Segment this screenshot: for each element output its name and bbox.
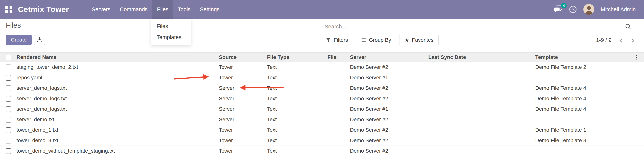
table-header-row: Rendered Name Source File Type File Serv…: [0, 53, 644, 62]
menu-item-settings[interactable]: Settings: [195, 0, 224, 19]
cell-source: Server: [219, 104, 267, 114]
column-header-last-sync-date[interactable]: Last Sync Date: [428, 53, 535, 62]
top-navbar: Cetmix Tower Servers Commands Files Tool…: [0, 0, 644, 19]
row-checkbox[interactable]: [6, 106, 11, 112]
table-row[interactable]: staging_tower_demo_2.txt Tower Text Demo…: [0, 62, 644, 72]
cell-rendered-name: server_demo_logs.txt: [16, 104, 219, 114]
cell-rendered-name: server_demo_logs.txt: [16, 83, 219, 93]
cell-template: [535, 114, 629, 125]
row-checkbox[interactable]: [6, 65, 11, 70]
cell-file: [328, 62, 350, 72]
cell-server: Demo Server #1: [350, 72, 428, 83]
apps-menu-icon[interactable]: [5, 6, 12, 13]
cell-last-sync-date: [428, 135, 535, 146]
column-header-file[interactable]: File: [328, 53, 350, 62]
cell-file-type: Text: [267, 83, 328, 93]
row-checkbox[interactable]: [6, 127, 11, 133]
column-header-server[interactable]: Server: [350, 53, 428, 62]
cell-source: Tower: [219, 72, 267, 83]
cell-rendered-name: server_demo_logs.txt: [16, 93, 219, 104]
star-icon: ★: [404, 37, 410, 43]
cell-file-type: Text: [267, 93, 328, 104]
optional-columns-toggle-icon[interactable]: ⋮: [629, 53, 644, 62]
table-row[interactable]: tower_demo_1.txt Tower Text Demo Server …: [0, 125, 644, 135]
cell-last-sync-date: [428, 83, 535, 93]
row-checkbox[interactable]: [6, 148, 11, 154]
table-row[interactable]: server_demo_logs.txt Server Text Demo Se…: [0, 83, 644, 93]
cell-template: Demo File Template 4: [535, 93, 629, 104]
cell-file-type: Text: [267, 72, 328, 83]
main-menu: Servers Commands Files Tools Settings: [87, 0, 224, 19]
group-by-icon: [361, 37, 366, 43]
cell-source: Tower: [219, 135, 267, 146]
files-menu-dropdown: Files Templates: [151, 19, 191, 45]
group-by-label: Group By: [369, 37, 391, 43]
row-checkbox[interactable]: [6, 96, 11, 102]
menu-item-files[interactable]: Files: [152, 0, 173, 19]
filters-button[interactable]: Filters: [321, 35, 353, 45]
cell-file-type: Text: [267, 62, 328, 72]
download-icon: [36, 37, 43, 43]
user-menu[interactable]: Mitchell Admin: [601, 6, 636, 12]
search-input[interactable]: [321, 24, 625, 30]
dropdown-item-files[interactable]: Files: [151, 21, 191, 32]
table-row[interactable]: server_demo_logs.txt Server Text Demo Se…: [0, 93, 644, 104]
cell-last-sync-date: [428, 146, 535, 156]
cell-server: Demo Server #2: [350, 83, 428, 93]
cell-last-sync-date: [428, 93, 535, 104]
favorites-label: Favorites: [412, 37, 434, 43]
cell-server: Demo Server #2: [350, 135, 428, 146]
cell-last-sync-date: [428, 72, 535, 83]
row-checkbox[interactable]: [6, 75, 11, 81]
menu-item-tools[interactable]: Tools: [173, 0, 195, 19]
row-checkbox[interactable]: [6, 117, 11, 123]
menu-item-servers[interactable]: Servers: [87, 0, 115, 19]
table-row[interactable]: server_demo_logs.txt Server Text Demo Se…: [0, 104, 644, 114]
cell-rendered-name: staging_tower_demo_2.txt: [16, 62, 219, 72]
row-checkbox[interactable]: [6, 85, 11, 91]
search-icon[interactable]: [625, 23, 632, 30]
menu-item-commands[interactable]: Commands: [115, 0, 152, 19]
table-row[interactable]: tower_demo_without_template_staging.txt …: [0, 146, 644, 156]
filter-funnel-icon: [326, 37, 331, 43]
cell-source: Server: [219, 93, 267, 104]
pager-next-icon[interactable]: ›: [630, 35, 636, 45]
column-header-template[interactable]: Template: [535, 53, 629, 62]
cell-file: [328, 146, 350, 156]
table-row[interactable]: server_demo.txt Server Text Demo Server …: [0, 114, 644, 125]
files-table-body: staging_tower_demo_2.txt Tower Text Demo…: [0, 62, 644, 156]
cell-file-type: Text: [267, 146, 328, 156]
table-row[interactable]: tower_demo_3.txt Tower Text Demo Server …: [0, 135, 644, 146]
column-header-rendered-name[interactable]: Rendered Name: [16, 53, 219, 62]
create-button[interactable]: Create: [6, 35, 32, 45]
pager-previous-icon[interactable]: ‹: [618, 35, 624, 45]
table-row[interactable]: repos.yaml Tower Text Demo Server #1: [0, 72, 644, 83]
select-all-checkbox[interactable]: [6, 55, 11, 60]
cell-template: [535, 72, 629, 83]
clock-icon: [569, 5, 577, 13]
column-header-file-type[interactable]: File Type: [267, 53, 328, 62]
cell-template: Demo File Template 4: [535, 83, 629, 93]
cell-server: Demo Server #2: [350, 62, 428, 72]
cell-file: [328, 93, 350, 104]
cell-source: Server: [219, 114, 267, 125]
search-box: [321, 21, 635, 32]
column-header-source[interactable]: Source: [219, 53, 267, 62]
cell-file: [328, 125, 350, 135]
cell-last-sync-date: [428, 62, 535, 72]
cell-source: Tower: [219, 125, 267, 135]
cell-server: Demo Server #2: [350, 125, 428, 135]
messages-icon[interactable]: 4: [554, 5, 562, 13]
cell-template: Demo File Template 2: [535, 62, 629, 72]
cell-server: Demo Server #2: [350, 93, 428, 104]
export-button[interactable]: [34, 35, 45, 45]
files-list-view: Rendered Name Source File Type File Serv…: [0, 52, 644, 156]
row-checkbox[interactable]: [6, 138, 11, 144]
dropdown-item-templates[interactable]: Templates: [151, 32, 191, 43]
avatar[interactable]: [584, 4, 594, 15]
activities-icon[interactable]: [569, 5, 577, 13]
group-by-button[interactable]: Group By: [356, 35, 396, 45]
filters-label: Filters: [334, 37, 348, 43]
pager-range: 1-9 / 9: [596, 37, 611, 43]
favorites-button[interactable]: ★ Favorites: [399, 35, 439, 45]
